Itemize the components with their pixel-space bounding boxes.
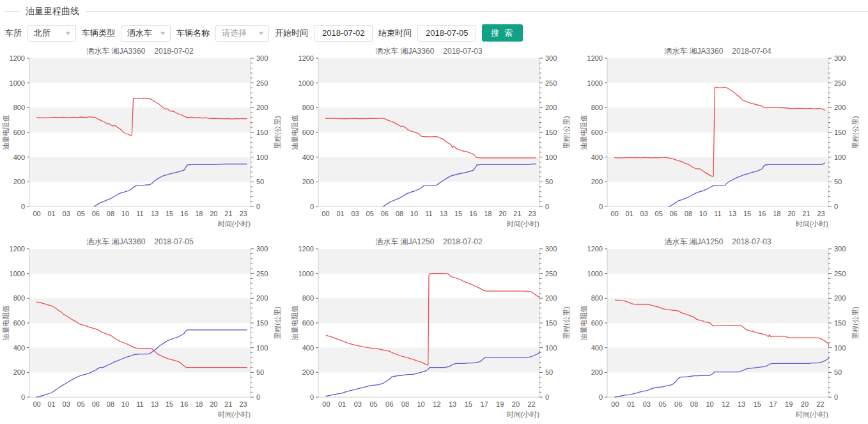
vehicle-type-select[interactable]: 洒水车 ▼ bbox=[121, 25, 171, 42]
left-axis-tick-label: 1200 bbox=[10, 54, 25, 62]
plot-band bbox=[607, 348, 828, 373]
x-axis-tick-label: 16 bbox=[469, 210, 477, 217]
right-axis-tick-label: 300 bbox=[834, 54, 846, 62]
plot-band bbox=[607, 249, 828, 274]
x-axis-tick-label: 01 bbox=[47, 210, 55, 217]
x-axis-name: 时间(小时) bbox=[796, 411, 828, 418]
depot-select-value: 北所 bbox=[34, 27, 50, 39]
plot-band bbox=[607, 157, 828, 182]
left-axis-tick-label: 1200 bbox=[587, 245, 603, 253]
x-axis-tick-label: 13 bbox=[738, 400, 745, 408]
right-axis-tick-label: 150 bbox=[545, 319, 557, 327]
x-axis-tick-label: 12 bbox=[722, 400, 729, 408]
x-axis-tick-label: 21 bbox=[224, 400, 232, 408]
x-axis-tick-label: 17 bbox=[480, 400, 488, 408]
right-axis-tick-label: 0 bbox=[256, 203, 260, 210]
section-header: 油量里程曲线 bbox=[0, 0, 868, 19]
chart-panel: 0200400600800100012000501001502002503000… bbox=[0, 45, 289, 236]
right-axis-tick-label: 300 bbox=[545, 245, 557, 253]
x-axis-tick-label: 06 bbox=[670, 210, 678, 217]
end-time-label: 结束时间 bbox=[378, 27, 412, 39]
x-axis-tick-label: 10 bbox=[121, 210, 129, 217]
right-axis-tick-label: 250 bbox=[256, 79, 268, 87]
plot-band bbox=[29, 249, 251, 274]
start-date-input[interactable] bbox=[314, 25, 373, 42]
right-axis-tick-label: 0 bbox=[256, 393, 260, 401]
chart-title: 洒水车 湘JA33602018-07-02 bbox=[86, 47, 194, 56]
x-axis-tick-label: 05 bbox=[658, 400, 666, 408]
left-axis-tick-label: 400 bbox=[13, 344, 25, 352]
x-axis-tick-label: 13 bbox=[440, 210, 447, 217]
x-axis-tick-label: 08 bbox=[107, 210, 114, 217]
plot-band bbox=[29, 157, 251, 182]
x-axis-tick-label: 06 bbox=[385, 400, 393, 408]
x-axis-tick-label: 05 bbox=[77, 400, 85, 408]
x-axis-tick-label: 20 bbox=[787, 210, 795, 217]
x-axis-tick-label: 00 bbox=[33, 400, 40, 408]
left-axis-name: 油量电阻值 bbox=[291, 115, 298, 150]
left-axis-tick-label: 0 bbox=[599, 393, 603, 401]
left-axis-tick-label: 1200 bbox=[298, 245, 314, 253]
left-axis-tick-label: 400 bbox=[302, 153, 314, 161]
vehicle-name-select-placeholder: 请选择 bbox=[222, 27, 247, 39]
left-axis-tick-label: 0 bbox=[21, 203, 25, 210]
left-axis-tick-label: 1000 bbox=[587, 79, 603, 87]
left-axis-tick-label: 1000 bbox=[587, 270, 603, 278]
left-axis-tick-label: 400 bbox=[591, 153, 603, 161]
plot-band bbox=[318, 58, 539, 83]
right-axis-name: 里程(公里) bbox=[562, 116, 570, 148]
right-axis-name: 里程(公里) bbox=[274, 116, 281, 148]
right-axis-tick-label: 300 bbox=[545, 54, 557, 62]
right-axis-tick-label: 250 bbox=[545, 79, 557, 87]
x-axis-tick-label: 20 bbox=[210, 210, 217, 217]
x-axis-tick-label: 22 bbox=[527, 400, 535, 408]
x-axis-tick-label: 03 bbox=[352, 210, 359, 217]
page-title: 油量里程曲线 bbox=[26, 6, 79, 17]
x-axis-tick-label: 08 bbox=[107, 400, 114, 408]
x-axis-tick-label: 18 bbox=[195, 210, 203, 217]
left-axis-tick-label: 0 bbox=[310, 203, 314, 210]
x-axis-tick-label: 01 bbox=[627, 400, 635, 408]
left-axis-name: 油量电阻值 bbox=[291, 306, 298, 341]
plot-band bbox=[29, 58, 251, 83]
right-axis-tick-label: 100 bbox=[545, 153, 557, 161]
x-axis-name: 时间(小时) bbox=[507, 220, 539, 228]
x-axis-tick-label: 03 bbox=[640, 210, 648, 217]
left-axis-tick-label: 1000 bbox=[10, 270, 25, 278]
end-date-input[interactable] bbox=[417, 25, 476, 42]
x-axis-tick-label: 18 bbox=[773, 210, 780, 217]
plot-band bbox=[29, 107, 251, 132]
left-axis-name: 油量电阻值 bbox=[580, 115, 587, 150]
x-axis-tick-label: 05 bbox=[369, 400, 377, 408]
right-axis-tick-label: 0 bbox=[545, 203, 549, 210]
right-axis-tick-label: 100 bbox=[256, 344, 268, 352]
right-axis-name: 里程(公里) bbox=[851, 116, 859, 148]
plot-band bbox=[29, 348, 251, 373]
x-axis-tick-label: 12 bbox=[433, 400, 440, 408]
left-axis-tick-label: 1000 bbox=[10, 79, 25, 87]
right-axis-tick-label: 100 bbox=[834, 153, 846, 161]
x-axis-tick-label: 15 bbox=[454, 210, 462, 217]
chart-svg: 0200400600800100012000501001502002503000… bbox=[578, 236, 867, 424]
x-axis-tick-label: 10 bbox=[121, 400, 129, 408]
vehicle-name-label: 车辆名称 bbox=[176, 27, 210, 39]
left-axis-tick-label: 600 bbox=[13, 129, 25, 136]
x-axis-tick-label: 18 bbox=[195, 400, 203, 408]
depot-select[interactable]: 北所 ▼ bbox=[27, 25, 76, 42]
x-axis-tick-label: 01 bbox=[336, 210, 344, 217]
search-button[interactable]: 搜 索 bbox=[482, 24, 523, 42]
x-axis-name: 时间(小时) bbox=[796, 220, 828, 228]
x-axis-tick-label: 13 bbox=[449, 400, 456, 408]
x-axis-tick-label: 21 bbox=[802, 210, 810, 217]
chart-title: 洒水车 湘JA12502018-07-02 bbox=[375, 237, 483, 246]
chart-title: 洒水车 湘JA33602018-07-04 bbox=[664, 47, 771, 56]
x-axis-name: 时间(小时) bbox=[218, 411, 251, 418]
right-axis-tick-label: 0 bbox=[834, 203, 838, 210]
right-axis-tick-label: 150 bbox=[834, 129, 846, 136]
x-axis-tick-label: 11 bbox=[136, 400, 143, 408]
left-axis-tick-label: 800 bbox=[591, 104, 603, 111]
plot-band bbox=[318, 157, 539, 182]
x-axis-tick-label: 17 bbox=[769, 400, 777, 408]
vehicle-name-select[interactable]: 请选择 ▼ bbox=[215, 25, 269, 42]
x-axis-tick-label: 23 bbox=[239, 400, 247, 408]
